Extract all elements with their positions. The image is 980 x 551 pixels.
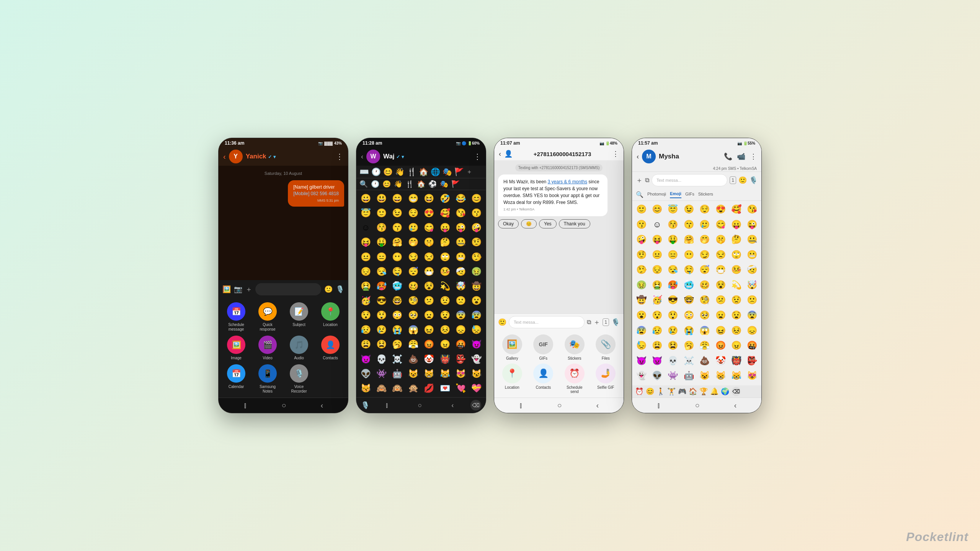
emoji-cell[interactable]: 😈: [469, 337, 484, 351]
phone2-sport-icon[interactable]: ⚽: [428, 180, 437, 188]
phone2-flag-icon[interactable]: 🚩: [451, 180, 460, 188]
emoji-cell[interactable]: 😫: [665, 339, 681, 352]
emoji-cell[interactable]: 😐: [649, 248, 665, 262]
emoji-cell[interactable]: 🙂: [374, 206, 389, 220]
phone1-input-field[interactable]: [255, 283, 321, 295]
emoji-cell[interactable]: 😒: [421, 250, 437, 264]
emoji-cell[interactable]: 😔: [649, 263, 665, 277]
emoji-cell[interactable]: 🙄: [437, 250, 452, 264]
emoji-cell[interactable]: 🤐: [453, 235, 468, 249]
phone2-tab-home[interactable]: 🏠: [419, 167, 428, 176]
emoji-cell[interactable]: 😬: [745, 248, 760, 262]
emoji-cell[interactable]: 😛: [728, 218, 744, 231]
phone3-contact-icon[interactable]: 👤: [504, 150, 513, 158]
emoji-cell[interactable]: 😞: [453, 323, 468, 337]
phone4-bottom-person[interactable]: 🚶: [657, 387, 665, 396]
phone2-recent-icon[interactable]: 🕐: [371, 180, 379, 188]
phone4-tab-photomoji[interactable]: Photomoji: [647, 192, 666, 198]
emoji-cell[interactable]: 😐: [358, 250, 373, 264]
emoji-cell[interactable]: 😎: [665, 293, 681, 307]
emoji-cell[interactable]: 😖: [421, 323, 437, 337]
phone1-action-samsung-notes[interactable]: 📱 SamsungNotes: [254, 364, 281, 394]
phone2-search-icon[interactable]: 🔍: [359, 180, 368, 188]
emoji-cell[interactable]: 🙄: [728, 248, 744, 262]
emoji-cell[interactable]: 💌: [437, 381, 452, 395]
phone2-tools-icon[interactable]: 🍴: [405, 180, 414, 188]
emoji-cell[interactable]: 👻: [469, 352, 484, 366]
emoji-cell[interactable]: 🥵: [374, 279, 389, 293]
phone4-tab-emoji[interactable]: Emoji: [670, 191, 681, 198]
emoji-cell[interactable]: 🤮: [358, 279, 373, 293]
phone3-reply-okay[interactable]: Okay: [498, 219, 519, 228]
emoji-cell[interactable]: 😘: [745, 202, 760, 216]
emoji-cell[interactable]: 🥵: [665, 278, 681, 292]
emoji-cell[interactable]: 👺: [453, 352, 468, 366]
emoji-cell[interactable]: 😏: [405, 250, 421, 264]
phone2-gesture-icon[interactable]: 👋: [394, 180, 402, 188]
emoji-cell[interactable]: 🥺: [697, 308, 712, 322]
emoji-cell[interactable]: 😬: [453, 250, 468, 264]
emoji-cell[interactable]: 😙: [681, 218, 696, 231]
emoji-cell[interactable]: 😖: [713, 324, 728, 337]
emoji-cell[interactable]: 😼: [469, 367, 484, 381]
phone2-recents-nav[interactable]: ⫿: [372, 401, 402, 409]
phone1-emoji-icon[interactable]: 🙂: [324, 285, 333, 293]
phone1-action-video[interactable]: 🎬 Video: [254, 336, 281, 360]
emoji-cell[interactable]: 😥: [358, 323, 373, 337]
emoji-cell[interactable]: 🥴: [697, 278, 712, 292]
phone4-nav-recents[interactable]: ⫿: [657, 401, 661, 410]
emoji-cell[interactable]: 🤬: [745, 339, 760, 352]
phone2-tab-globe[interactable]: 🌐: [431, 167, 440, 176]
emoji-cell[interactable]: 😧: [728, 308, 744, 322]
emoji-cell[interactable]: 🧐: [697, 293, 712, 307]
emoji-cell[interactable]: 🤨: [634, 248, 649, 262]
phone4-nav-back[interactable]: ‹: [734, 401, 737, 410]
phone1-action-location[interactable]: 📍 Location: [317, 302, 344, 332]
phone3-nav-back[interactable]: ‹: [596, 401, 599, 410]
emoji-cell[interactable]: 😕: [713, 293, 728, 307]
emoji-cell[interactable]: 🤯: [745, 278, 760, 292]
emoji-cell[interactable]: 😫: [374, 337, 389, 351]
emoji-cell[interactable]: 😜: [453, 221, 468, 235]
phone4-copy-icon[interactable]: ⧉: [645, 177, 649, 184]
emoji-cell[interactable]: 😟: [437, 294, 452, 308]
emoji-cell[interactable]: 😻: [745, 369, 760, 383]
emoji-cell[interactable]: 😭: [390, 323, 405, 337]
phone1-back-icon[interactable]: ‹: [223, 152, 226, 161]
emoji-cell[interactable]: 😢: [374, 323, 389, 337]
phone1-add-icon[interactable]: ＋: [245, 285, 252, 294]
emoji-cell[interactable]: 😨: [745, 308, 760, 322]
emoji-cell[interactable]: 🤔: [728, 233, 744, 246]
phone3-media-stickers[interactable]: 🎭 Stickers: [560, 334, 589, 360]
emoji-cell[interactable]: 😺: [405, 367, 421, 381]
phone2-tab-add[interactable]: ＋: [466, 168, 472, 176]
phone4-bottom-smiley[interactable]: 😊: [646, 387, 654, 396]
phone2-tab-activity[interactable]: 🎭: [443, 167, 452, 176]
emoji-cell[interactable]: 🤓: [681, 293, 696, 307]
emoji-cell[interactable]: 😉: [681, 202, 696, 216]
phone3-voice-icon[interactable]: 🎙️: [611, 318, 620, 326]
emoji-cell[interactable]: 😵: [713, 278, 728, 292]
emoji-cell[interactable]: 💫: [728, 278, 744, 292]
emoji-cell[interactable]: 😰: [634, 324, 649, 337]
emoji-cell[interactable]: 👾: [665, 369, 681, 383]
emoji-cell[interactable]: 🙁: [453, 294, 468, 308]
phone4-tab-stickers[interactable]: Stickers: [698, 192, 713, 198]
emoji-cell[interactable]: 🥶: [681, 278, 696, 292]
phone4-nav-home[interactable]: ○: [695, 401, 700, 410]
emoji-cell[interactable]: 🤒: [437, 265, 452, 279]
emoji-cell[interactable]: 😕: [421, 294, 437, 308]
phone3-media-selfie-gif[interactable]: 🤳 Selfie GIF: [592, 364, 620, 394]
phone4-input-field[interactable]: Text messa...: [652, 174, 727, 186]
emoji-cell[interactable]: 🤢: [634, 278, 649, 292]
emoji-cell[interactable]: 😰: [469, 308, 484, 322]
emoji-cell[interactable]: 😤: [405, 337, 421, 351]
emoji-cell[interactable]: 😺: [697, 369, 712, 383]
emoji-cell[interactable]: 🙁: [745, 293, 760, 307]
phone4-more-icon[interactable]: ⋮: [750, 152, 757, 161]
emoji-cell[interactable]: 😻: [453, 367, 468, 381]
emoji-cell[interactable]: 👿: [649, 354, 665, 368]
emoji-cell[interactable]: 😈: [634, 354, 649, 368]
emoji-cell[interactable]: 🥰: [728, 202, 744, 216]
emoji-cell[interactable]: 😇: [665, 202, 681, 216]
